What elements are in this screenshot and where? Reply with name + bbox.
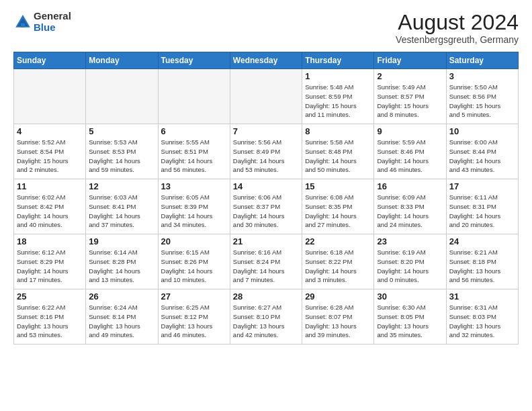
day-number: 24 bbox=[449, 236, 515, 246]
month-year: August 2024 bbox=[396, 11, 519, 34]
calendar-cell: 6Sunrise: 5:55 AM Sunset: 8:51 PM Daylig… bbox=[158, 124, 230, 179]
logo-text: GeneralBlue bbox=[34, 11, 71, 33]
day-number: 25 bbox=[17, 291, 83, 302]
day-info: Sunrise: 6:19 AM Sunset: 8:20 PM Dayligh… bbox=[377, 248, 443, 285]
day-info: Sunrise: 6:21 AM Sunset: 8:18 PM Dayligh… bbox=[449, 248, 515, 285]
logo-blue: Blue bbox=[34, 21, 56, 33]
day-number: 13 bbox=[161, 181, 227, 191]
day-info: Sunrise: 6:09 AM Sunset: 8:33 PM Dayligh… bbox=[377, 193, 443, 230]
day-info: Sunrise: 6:03 AM Sunset: 8:41 PM Dayligh… bbox=[89, 193, 154, 230]
day-number: 15 bbox=[305, 181, 371, 191]
page: GeneralBlue August 2024 Vestenbergsgreut… bbox=[0, 0, 532, 351]
day-info: Sunrise: 6:12 AM Sunset: 8:29 PM Dayligh… bbox=[17, 248, 83, 285]
calendar-cell: 13Sunrise: 6:05 AM Sunset: 8:39 PM Dayli… bbox=[158, 179, 230, 234]
day-info: Sunrise: 6:00 AM Sunset: 8:44 PM Dayligh… bbox=[449, 138, 515, 175]
day-info: Sunrise: 6:28 AM Sunset: 8:07 PM Dayligh… bbox=[305, 303, 371, 340]
calendar-cell: 24Sunrise: 6:21 AM Sunset: 8:18 PM Dayli… bbox=[446, 234, 518, 289]
day-number: 14 bbox=[233, 181, 299, 191]
day-info: Sunrise: 5:55 AM Sunset: 8:51 PM Dayligh… bbox=[161, 138, 227, 175]
calendar-cell: 10Sunrise: 6:00 AM Sunset: 8:44 PM Dayli… bbox=[446, 124, 518, 179]
day-number: 8 bbox=[305, 126, 371, 136]
day-number: 4 bbox=[17, 126, 83, 136]
calendar-cell bbox=[230, 69, 302, 124]
day-number: 17 bbox=[449, 181, 515, 191]
day-info: Sunrise: 6:14 AM Sunset: 8:28 PM Dayligh… bbox=[89, 248, 154, 285]
col-thursday: Thursday bbox=[302, 52, 374, 69]
day-number: 27 bbox=[161, 291, 227, 302]
day-number: 23 bbox=[377, 236, 443, 246]
day-info: Sunrise: 5:48 AM Sunset: 8:59 PM Dayligh… bbox=[305, 83, 371, 120]
calendar-cell: 30Sunrise: 6:30 AM Sunset: 8:05 PM Dayli… bbox=[374, 289, 446, 345]
calendar-week-2: 11Sunrise: 6:02 AM Sunset: 8:42 PM Dayli… bbox=[14, 179, 519, 234]
calendar-cell: 1Sunrise: 5:48 AM Sunset: 8:59 PM Daylig… bbox=[302, 69, 374, 124]
day-info: Sunrise: 6:27 AM Sunset: 8:10 PM Dayligh… bbox=[233, 303, 299, 340]
calendar-body: 1Sunrise: 5:48 AM Sunset: 8:59 PM Daylig… bbox=[14, 69, 519, 345]
calendar-cell: 9Sunrise: 5:59 AM Sunset: 8:46 PM Daylig… bbox=[374, 124, 446, 179]
calendar-cell: 31Sunrise: 6:31 AM Sunset: 8:03 PM Dayli… bbox=[446, 289, 518, 345]
day-number: 5 bbox=[89, 126, 154, 136]
day-number: 31 bbox=[449, 291, 515, 302]
logo: GeneralBlue bbox=[13, 11, 71, 33]
calendar-cell: 3Sunrise: 5:50 AM Sunset: 8:56 PM Daylig… bbox=[446, 69, 518, 124]
day-number: 19 bbox=[89, 236, 154, 246]
day-info: Sunrise: 6:06 AM Sunset: 8:37 PM Dayligh… bbox=[233, 193, 299, 230]
calendar-cell: 8Sunrise: 5:58 AM Sunset: 8:48 PM Daylig… bbox=[302, 124, 374, 179]
day-info: Sunrise: 6:02 AM Sunset: 8:42 PM Dayligh… bbox=[17, 193, 83, 230]
calendar-cell: 5Sunrise: 5:53 AM Sunset: 8:53 PM Daylig… bbox=[86, 124, 158, 179]
calendar-cell: 23Sunrise: 6:19 AM Sunset: 8:20 PM Dayli… bbox=[374, 234, 446, 289]
col-wednesday: Wednesday bbox=[230, 52, 302, 69]
day-info: Sunrise: 6:05 AM Sunset: 8:39 PM Dayligh… bbox=[161, 193, 227, 230]
col-saturday: Saturday bbox=[446, 52, 518, 69]
day-info: Sunrise: 5:58 AM Sunset: 8:48 PM Dayligh… bbox=[305, 138, 371, 175]
day-number: 9 bbox=[377, 126, 443, 136]
calendar-cell bbox=[86, 69, 158, 124]
day-info: Sunrise: 6:11 AM Sunset: 8:31 PM Dayligh… bbox=[449, 193, 515, 230]
calendar-header-row: Sunday Monday Tuesday Wednesday Thursday… bbox=[14, 52, 519, 69]
day-number: 10 bbox=[449, 126, 515, 136]
calendar-cell: 20Sunrise: 6:15 AM Sunset: 8:26 PM Dayli… bbox=[158, 234, 230, 289]
col-monday: Monday bbox=[86, 52, 158, 69]
calendar-cell: 11Sunrise: 6:02 AM Sunset: 8:42 PM Dayli… bbox=[14, 179, 86, 234]
day-number: 29 bbox=[305, 291, 371, 302]
title-block: August 2024 Vestenbergsgreuth, Germany bbox=[396, 11, 519, 45]
day-info: Sunrise: 6:22 AM Sunset: 8:16 PM Dayligh… bbox=[17, 303, 83, 340]
day-number: 22 bbox=[305, 236, 371, 246]
col-tuesday: Tuesday bbox=[158, 52, 230, 69]
day-number: 3 bbox=[449, 71, 515, 81]
day-number: 28 bbox=[233, 291, 299, 302]
day-info: Sunrise: 6:15 AM Sunset: 8:26 PM Dayligh… bbox=[161, 248, 227, 285]
day-info: Sunrise: 5:52 AM Sunset: 8:54 PM Dayligh… bbox=[17, 138, 83, 175]
calendar-cell: 21Sunrise: 6:16 AM Sunset: 8:24 PM Dayli… bbox=[230, 234, 302, 289]
day-info: Sunrise: 5:50 AM Sunset: 8:56 PM Dayligh… bbox=[449, 83, 515, 120]
calendar-cell bbox=[14, 69, 86, 124]
calendar-cell: 2Sunrise: 5:49 AM Sunset: 8:57 PM Daylig… bbox=[374, 69, 446, 124]
calendar-cell: 19Sunrise: 6:14 AM Sunset: 8:28 PM Dayli… bbox=[86, 234, 158, 289]
day-number: 26 bbox=[89, 291, 154, 302]
day-info: Sunrise: 6:25 AM Sunset: 8:12 PM Dayligh… bbox=[161, 303, 227, 340]
calendar-week-0: 1Sunrise: 5:48 AM Sunset: 8:59 PM Daylig… bbox=[14, 69, 519, 124]
calendar-cell: 4Sunrise: 5:52 AM Sunset: 8:54 PM Daylig… bbox=[14, 124, 86, 179]
calendar-cell: 16Sunrise: 6:09 AM Sunset: 8:33 PM Dayli… bbox=[374, 179, 446, 234]
day-info: Sunrise: 6:31 AM Sunset: 8:03 PM Dayligh… bbox=[449, 303, 515, 340]
day-number: 16 bbox=[377, 181, 443, 191]
svg-rect-2 bbox=[21, 23, 25, 27]
calendar-cell: 17Sunrise: 6:11 AM Sunset: 8:31 PM Dayli… bbox=[446, 179, 518, 234]
col-sunday: Sunday bbox=[14, 52, 86, 69]
day-number: 12 bbox=[89, 181, 154, 191]
calendar-week-3: 18Sunrise: 6:12 AM Sunset: 8:29 PM Dayli… bbox=[14, 234, 519, 289]
calendar-cell: 25Sunrise: 6:22 AM Sunset: 8:16 PM Dayli… bbox=[14, 289, 86, 345]
day-number: 20 bbox=[161, 236, 227, 246]
day-number: 18 bbox=[17, 236, 83, 246]
calendar-cell: 29Sunrise: 6:28 AM Sunset: 8:07 PM Dayli… bbox=[302, 289, 374, 345]
day-info: Sunrise: 6:24 AM Sunset: 8:14 PM Dayligh… bbox=[89, 303, 154, 340]
day-info: Sunrise: 5:59 AM Sunset: 8:46 PM Dayligh… bbox=[377, 138, 443, 175]
day-number: 7 bbox=[233, 126, 299, 136]
calendar-cell: 27Sunrise: 6:25 AM Sunset: 8:12 PM Dayli… bbox=[158, 289, 230, 345]
day-number: 30 bbox=[377, 291, 443, 302]
day-number: 1 bbox=[305, 71, 371, 81]
calendar-cell: 26Sunrise: 6:24 AM Sunset: 8:14 PM Dayli… bbox=[86, 289, 158, 345]
header: GeneralBlue August 2024 Vestenbergsgreut… bbox=[13, 11, 519, 45]
location: Vestenbergsgreuth, Germany bbox=[396, 34, 519, 45]
day-number: 21 bbox=[233, 236, 299, 246]
calendar-cell: 15Sunrise: 6:08 AM Sunset: 8:35 PM Dayli… bbox=[302, 179, 374, 234]
